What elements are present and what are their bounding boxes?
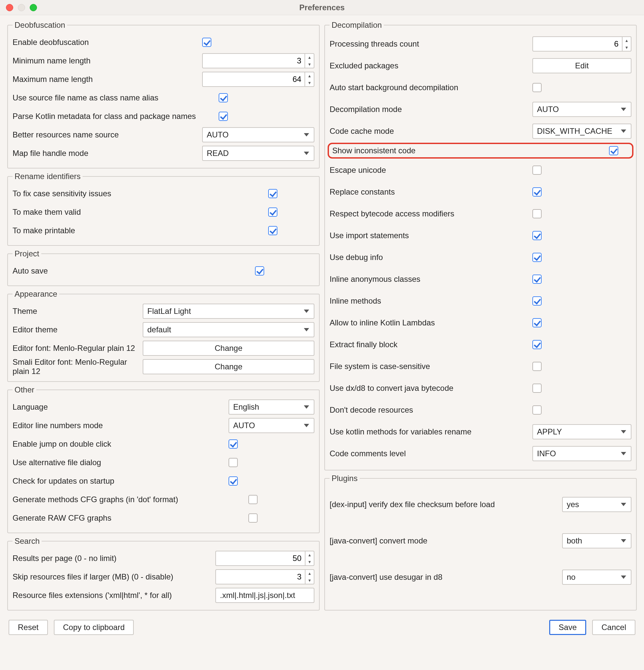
rename-printable-label: To make printable [13, 226, 263, 235]
editor-font-label: Editor font: Menlo-Regular plain 12 [13, 344, 137, 353]
language-select[interactable]: English [229, 399, 314, 415]
enable-deobf-label: Enable deobfuscation [13, 38, 197, 47]
rename-valid-label: To make them valid [13, 207, 263, 217]
group-legend: Rename identifiers [13, 172, 83, 181]
inline-methods-label: Inline methods [330, 296, 527, 306]
convert-mode-select[interactable]: both [562, 533, 631, 548]
case-sensitive-checkbox[interactable] [532, 362, 542, 371]
threads-spinner[interactable]: ▲▼ [532, 36, 631, 52]
use-import-label: Use import statements [330, 231, 527, 240]
desugar-label: [java-convert] use desugar in d8 [330, 573, 557, 582]
decomp-mode-select[interactable]: AUTO [532, 102, 631, 117]
results-spinner[interactable]: ▲▼ [215, 551, 314, 566]
rename-valid-checkbox[interactable] [268, 207, 277, 217]
group-decompilation: Decompilation Processing threads count ▲… [324, 21, 637, 470]
max-name-label: Maximum name length [13, 75, 197, 84]
alt-dialog-checkbox[interactable] [229, 458, 238, 467]
group-legend: Plugins [330, 474, 360, 483]
finally-checkbox[interactable] [532, 340, 542, 349]
line-numbers-select[interactable]: AUTO [229, 418, 314, 433]
editor-font-change-button[interactable]: Change [143, 340, 314, 356]
group-legend: Other [13, 385, 36, 394]
rename-printable-checkbox[interactable] [268, 226, 277, 235]
jump-dbl-checkbox[interactable] [229, 439, 238, 448]
ext-input[interactable] [215, 588, 314, 603]
cache-mode-label: Code cache mode [330, 126, 527, 136]
kotlin-lambdas-checkbox[interactable] [532, 318, 542, 327]
threads-input[interactable] [533, 37, 622, 51]
theme-select[interactable]: FlatLaf Light [143, 304, 314, 319]
reset-button[interactable]: Reset [9, 620, 48, 635]
window-controls [6, 4, 37, 11]
autosave-checkbox[interactable] [255, 266, 264, 276]
use-import-checkbox[interactable] [532, 231, 542, 240]
kotlin-rename-select[interactable]: APPLY [532, 424, 631, 439]
autosave-label: Auto save [13, 266, 250, 276]
respect-bc-label: Respect bytecode access modifiers [330, 209, 527, 218]
rename-case-label: To fix case sensitivity issues [13, 189, 263, 198]
min-name-input[interactable] [203, 54, 304, 68]
excluded-edit-button[interactable]: Edit [532, 58, 631, 73]
inline-anon-checkbox[interactable] [532, 274, 542, 284]
map-file-select[interactable]: READ [202, 146, 314, 161]
results-input[interactable] [216, 551, 305, 565]
alt-dialog-label: Use alternative file dialog [13, 458, 223, 467]
kotlin-meta-checkbox[interactable] [219, 112, 228, 121]
editor-theme-label: Editor theme [13, 325, 137, 334]
rename-case-checkbox[interactable] [268, 189, 277, 198]
resources-src-select[interactable]: AUTO [202, 127, 314, 143]
language-label: Language [13, 402, 223, 412]
src-alias-checkbox[interactable] [219, 93, 228, 103]
debug-info-checkbox[interactable] [532, 253, 542, 262]
dex-input-select[interactable]: yes [562, 497, 631, 512]
dx-d8-checkbox[interactable] [532, 384, 542, 393]
smali-font-change-button[interactable]: Change [143, 359, 314, 374]
maximize-icon[interactable] [30, 4, 37, 11]
group-project: Project Auto save [7, 249, 320, 286]
save-button[interactable]: Save [549, 620, 587, 635]
respect-bc-checkbox[interactable] [532, 209, 542, 218]
inconsistent-checkbox[interactable] [609, 146, 618, 155]
auto-start-label: Auto start background decompilation [330, 83, 527, 92]
group-legend: Appearance [13, 290, 59, 299]
skip-res-input[interactable] [216, 570, 305, 584]
cfg-raw-checkbox[interactable] [248, 513, 258, 523]
group-search: Search Results per page (0 - no limit) ▲… [7, 537, 320, 611]
cache-mode-select[interactable]: DISK_WITH_CACHE [532, 123, 631, 139]
max-name-spinner[interactable]: ▲▼ [202, 72, 314, 87]
theme-label: Theme [13, 307, 137, 316]
jump-dbl-label: Enable jump on double click [13, 439, 223, 448]
debug-info-label: Use debug info [330, 253, 527, 262]
skip-res-spinner[interactable]: ▲▼ [215, 569, 314, 585]
copy-clipboard-button[interactable]: Copy to clipboard [54, 620, 134, 635]
enable-deobf-checkbox[interactable] [202, 38, 211, 47]
no-decode-res-checkbox[interactable] [532, 405, 542, 415]
group-legend: Decompilation [330, 21, 384, 30]
check-updates-checkbox[interactable] [229, 477, 238, 486]
close-icon[interactable] [6, 4, 13, 11]
finally-label: Extract finally block [330, 340, 527, 349]
map-file-label: Map file handle mode [13, 149, 197, 158]
inline-methods-checkbox[interactable] [532, 296, 542, 306]
min-name-spinner[interactable]: ▲▼ [202, 53, 314, 68]
inline-anon-label: Inline anonymous classes [330, 274, 527, 284]
kotlin-meta-label: Parse Kotlin metadata for class and pack… [13, 112, 213, 121]
group-appearance: Appearance Theme FlatLaf Light Editor th… [7, 290, 320, 382]
case-sensitive-label: File system is case-sensitive [330, 362, 527, 371]
replace-const-label: Replace constants [330, 187, 527, 197]
max-name-input[interactable] [203, 72, 304, 86]
excluded-label: Excluded packages [330, 61, 527, 70]
editor-theme-select[interactable]: default [143, 322, 314, 337]
escape-label: Escape unicode [330, 165, 527, 175]
comments-select[interactable]: INFO [532, 446, 631, 461]
auto-start-checkbox[interactable] [532, 83, 542, 92]
escape-checkbox[interactable] [532, 165, 542, 175]
desugar-select[interactable]: no [562, 570, 631, 585]
replace-const-checkbox[interactable] [532, 187, 542, 197]
cfg-dot-checkbox[interactable] [248, 495, 258, 504]
threads-label: Processing threads count [330, 39, 527, 49]
convert-mode-label: [java-convert] convert mode [330, 536, 557, 546]
group-legend: Deobfuscation [13, 21, 67, 30]
cancel-button[interactable]: Cancel [592, 620, 635, 635]
dex-input-label: [dex-input] verify dex file checksum bef… [330, 500, 557, 509]
